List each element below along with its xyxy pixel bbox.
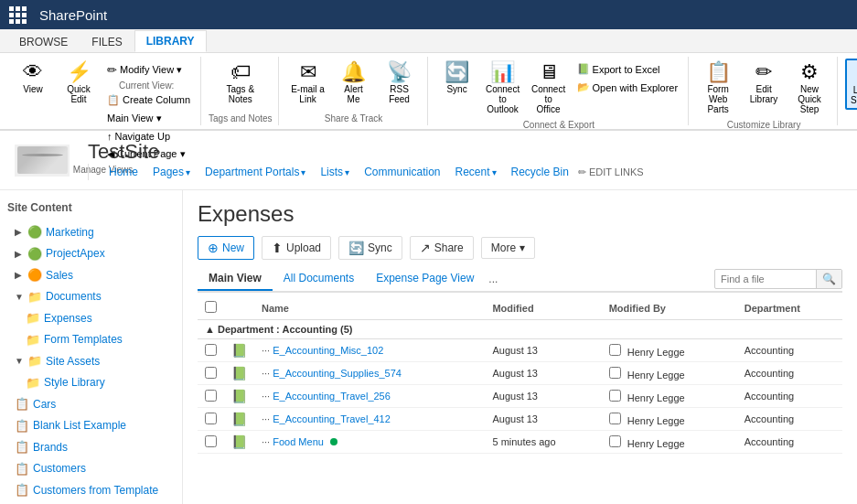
excel-file-icon: 📗 (231, 412, 247, 426)
main-view-label: Main View ▾ (107, 113, 162, 124)
view-tab-expense-page[interactable]: Expense Page View (365, 267, 485, 291)
table-row[interactable]: 📗 ··· E_Accounting_Travel_412 August 13 … (198, 408, 842, 431)
sync-toolbar-button[interactable]: 🔄 Sync (338, 236, 402, 260)
more-dropdown-icon: ▾ (520, 241, 525, 254)
edit-library-button[interactable]: ✏ EditLibrary (742, 59, 786, 108)
export-excel-btn[interactable]: 📗 Export to Excel (573, 60, 683, 78)
table-row[interactable]: 📗 ··· E_Accounting_Travel_256 August 13 … (198, 385, 842, 408)
file-ellipsis[interactable]: ··· (262, 368, 270, 379)
library-settings-button[interactable]: 📁 LibrarySettings (845, 59, 857, 110)
row-select[interactable] (609, 367, 621, 379)
row-checkbox[interactable] (205, 435, 217, 447)
new-quick-step-button[interactable]: ⚙ New QuickStep (787, 59, 831, 118)
sidebar-item-repair-shops[interactable]: 📋 Repair Shops (7, 501, 175, 505)
sidebar-item-blank-list[interactable]: 📋 Blank List Example (7, 415, 175, 437)
file-ellipsis[interactable]: ··· (262, 413, 270, 424)
quick-edit-button[interactable]: ⚡ Quick Edit (57, 59, 101, 108)
search-button[interactable]: 🔍 (816, 270, 841, 288)
row-name-col: ··· Food Menu (254, 431, 485, 454)
row-checkbox[interactable] (205, 413, 217, 424)
ribbon-group-view-format: 👁 View ⚡ Quick Edit ✏ Modify View ▾ Curr… (5, 57, 201, 125)
rss-feed-button[interactable]: 📡 RSSFeed (378, 59, 422, 108)
row-icon-col: 📗 (224, 408, 254, 431)
sync-button[interactable]: 🔄 Sync (435, 59, 479, 98)
row-select[interactable] (609, 435, 621, 447)
file-link[interactable]: E_Accounting_Travel_412 (273, 413, 391, 424)
table-row[interactable]: 📗 ··· E_Accounting_Misc_102 August 13 He… (198, 339, 842, 362)
email-link-button[interactable]: ✉ E-mail aLink (286, 59, 330, 108)
site-header: TestSite Home Pages Department Portals L… (0, 131, 857, 190)
more-button[interactable]: More ▾ (481, 237, 535, 259)
connect-outlook-button[interactable]: 📊 Connect toOutlook (481, 59, 525, 118)
row-checkbox[interactable] (205, 344, 217, 356)
search-input[interactable] (715, 271, 816, 287)
file-ellipsis[interactable]: ··· (262, 436, 270, 447)
create-column-btn[interactable]: 📋 Create Column (102, 91, 195, 109)
dept-group-label: ▲ Department : Accounting (5) (198, 320, 842, 339)
row-checkbox[interactable] (205, 367, 217, 379)
open-explorer-btn[interactable]: 📂 Open with Explorer (573, 79, 683, 96)
file-ellipsis[interactable]: ··· (262, 345, 270, 356)
sidebar-item-cars[interactable]: 📋 Cars (7, 393, 175, 415)
main-view-dropdown[interactable]: Main View ▾ (102, 110, 195, 127)
nav-recent[interactable]: Recent (450, 164, 502, 180)
file-link[interactable]: Food Menu (273, 436, 324, 447)
nav-communication[interactable]: Communication (359, 164, 445, 180)
tab-files[interactable]: FILES (80, 31, 134, 52)
library-toolbar: ⊕ New ⬆ Upload 🔄 Sync ↗ Share More ▾ (198, 236, 842, 260)
app-grid-icon[interactable]: SharePoint (9, 6, 107, 24)
table-row[interactable]: 📗 ··· E_Accounting_Supplies_574 August 1… (198, 362, 842, 385)
sidebar-item-style-library[interactable]: 📁 Style Library (7, 372, 175, 394)
sidebar-item-sales[interactable]: ▶ 🟠 Sales (7, 264, 175, 286)
row-select[interactable] (609, 344, 621, 356)
tab-library[interactable]: LIBRARY (134, 30, 207, 52)
table-row[interactable]: 📗 ··· Food Menu 5 minutes ago Henry Legg… (198, 431, 842, 454)
nav-home[interactable]: Home (103, 164, 144, 180)
nav-dept-portals[interactable]: Department Portals (199, 164, 311, 180)
file-link[interactable]: E_Accounting_Travel_256 (273, 391, 391, 402)
sidebar-item-customers-from-template[interactable]: 📋 Customers from Template (7, 479, 175, 501)
tags-icon: 🏷 (230, 62, 251, 82)
file-ellipsis[interactable]: ··· (262, 391, 270, 402)
sidebar-item-customers[interactable]: 📋 Customers (7, 458, 175, 480)
view-tab-all-docs[interactable]: All Documents (273, 267, 365, 291)
row-dept-col: Accounting (737, 385, 842, 408)
tags-notes-button[interactable]: 🏷 Tags &Notes (219, 59, 262, 108)
ribbon-group-share: ✉ E-mail aLink 🔔 AlertMe 📡 RSSFeed Share… (281, 57, 428, 125)
row-icon-col: 📗 (224, 431, 254, 454)
sidebar-item-projectapex[interactable]: ▶ 🟢 ProjectApex (7, 243, 175, 265)
sidebar-item-documents[interactable]: ▼ 📁 Documents (7, 286, 175, 308)
modify-view-btn[interactable]: ✏ Modify View ▾ (102, 60, 195, 80)
file-link[interactable]: E_Accounting_Supplies_574 (273, 368, 402, 379)
nav-pages[interactable]: Pages (147, 164, 196, 180)
new-button[interactable]: ⊕ New (198, 236, 254, 260)
grid-icon (9, 6, 27, 24)
row-dept-col: Accounting (737, 362, 842, 385)
edit-links[interactable]: ✏ EDIT LINKS (578, 166, 644, 178)
sidebar-item-site-assets[interactable]: ▼ 📁 Site Assets (7, 350, 175, 372)
file-link[interactable]: E_Accounting_Misc_102 (273, 345, 383, 356)
row-select[interactable] (609, 390, 621, 402)
tab-browse[interactable]: BROWSE (7, 31, 80, 52)
sidebar-item-form-templates[interactable]: 📁 Form Templates (7, 329, 175, 351)
connect-office-button[interactable]: 🖥 Connect toOffice (527, 59, 571, 118)
select-all-checkbox[interactable] (205, 301, 217, 313)
view-tab-more[interactable]: ... (485, 268, 501, 290)
view-icon: 👁 (23, 62, 43, 82)
view-tab-main[interactable]: Main View (198, 267, 273, 291)
view-button[interactable]: 👁 View (11, 59, 55, 98)
sidebar-item-brands[interactable]: 📋 Brands (7, 436, 175, 458)
share-button[interactable]: ↗ Share (410, 236, 474, 260)
sidebar-item-marketing[interactable]: ▶ 🟢 Marketing (7, 221, 175, 243)
nav-lists[interactable]: Lists (315, 164, 355, 180)
row-checkbox[interactable] (205, 390, 217, 402)
email-label: E-mail aLink (291, 84, 325, 104)
connect-group-label: Connect & Export (523, 118, 595, 130)
sidebar-item-expenses[interactable]: 📁 Expenses (7, 307, 175, 329)
upload-button[interactable]: ⬆ Upload (262, 236, 331, 260)
form-web-parts-button[interactable]: 📋 Form WebParts (696, 59, 740, 118)
outlook-icon: 📊 (490, 62, 515, 82)
nav-recycle-bin[interactable]: Recycle Bin (506, 164, 574, 180)
alert-me-button[interactable]: 🔔 AlertMe (332, 59, 376, 108)
row-select[interactable] (609, 413, 621, 424)
